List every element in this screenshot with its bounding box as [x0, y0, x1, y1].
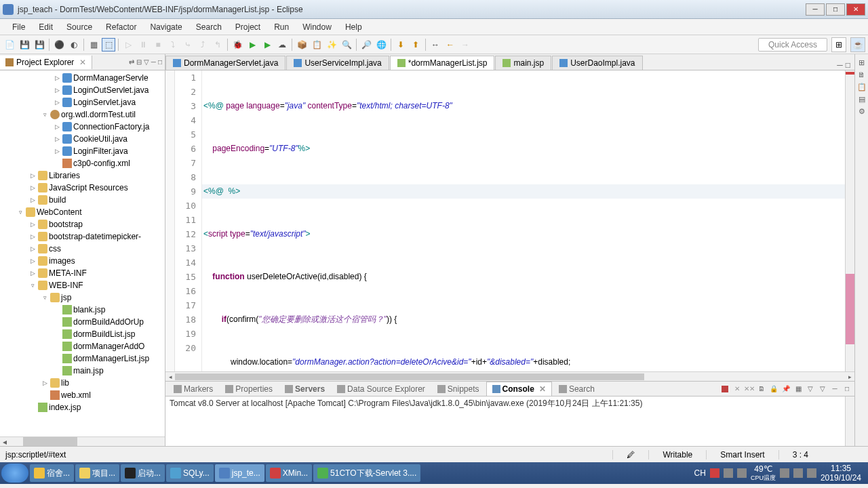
- editor-min-icon[interactable]: ─: [837, 60, 843, 70]
- task-eclipse[interactable]: jsp_te...: [215, 464, 264, 482]
- tree-item[interactable]: ▷Libraries: [0, 169, 165, 182]
- tray-icon1[interactable]: [710, 468, 719, 478]
- tree-item[interactable]: ▷bootstrap: [0, 218, 165, 230]
- tray-date[interactable]: 2019/10/24: [821, 473, 861, 483]
- back-icon[interactable]: ←: [443, 38, 457, 52]
- tab-console[interactable]: Console✕: [486, 382, 552, 396]
- tab-properties[interactable]: Properties: [220, 382, 278, 396]
- tree-item[interactable]: ▿jsp: [0, 291, 165, 304]
- tray-vol-icon[interactable]: [780, 468, 789, 478]
- tree-item[interactable]: index.jsp: [0, 401, 165, 413]
- tree-item[interactable]: ▿org.wdl.dormTest.util: [0, 108, 165, 121]
- start-button[interactable]: [1, 464, 28, 483]
- editor-hscroll[interactable]: ◂▸: [165, 371, 854, 381]
- toggle-icon[interactable]: ◐: [67, 38, 81, 52]
- saveall-icon[interactable]: 💾: [33, 38, 46, 52]
- tab-userserviceimpl[interactable]: UserServiceImpl.java: [286, 56, 389, 70]
- tab-userdaoimpl[interactable]: UserDaoImpl.java: [552, 56, 642, 70]
- editor-max-icon[interactable]: □: [846, 60, 850, 70]
- tree-item[interactable]: ▷DormManagerServle: [0, 72, 165, 84]
- be-icon[interactable]: 🗎: [856, 69, 867, 80]
- web-icon[interactable]: 🌐: [374, 38, 388, 52]
- tree-item[interactable]: ▿WEB-INF: [0, 279, 165, 291]
- tree-item[interactable]: ▷CookieUtil.java: [0, 133, 165, 145]
- tree-scrollbar[interactable]: ◂: [0, 436, 165, 446]
- scrolllock-icon[interactable]: 🔒: [769, 384, 778, 394]
- bp-min-icon[interactable]: ─: [830, 384, 840, 394]
- clear-icon[interactable]: 🗎: [757, 384, 766, 394]
- link-editor-icon[interactable]: ⊟: [136, 58, 142, 66]
- tree-item[interactable]: ▷META-INF: [0, 267, 165, 279]
- box-icon[interactable]: ▦: [87, 38, 100, 52]
- removeall-icon[interactable]: ✕✕: [745, 384, 754, 394]
- tree-item[interactable]: ▷LoginServlet.java: [0, 96, 165, 108]
- tree-item[interactable]: dormManagerList.jsp: [0, 352, 165, 365]
- menu-help[interactable]: Help: [338, 22, 369, 32]
- tab-main[interactable]: main.jsp: [495, 56, 551, 70]
- tree-item[interactable]: dormManagerAddO: [0, 340, 165, 352]
- tree-item[interactable]: ▷css: [0, 243, 165, 255]
- display-icon[interactable]: ▦: [793, 384, 803, 394]
- cursor-icon[interactable]: ⬚: [102, 38, 115, 52]
- tree-item[interactable]: c3p0-config.xml: [0, 157, 165, 169]
- opentype-icon[interactable]: 🔍: [340, 38, 353, 52]
- new-icon[interactable]: 📄: [3, 38, 16, 52]
- step-icon[interactable]: ⤵: [166, 38, 180, 52]
- tray-time[interactable]: 11:35: [821, 464, 861, 473]
- collapse-icon[interactable]: ⇄: [129, 58, 134, 66]
- tray-lang[interactable]: CH: [694, 468, 706, 478]
- menu-refactor[interactable]: Refactor: [99, 22, 143, 32]
- resume-icon[interactable]: ▷: [121, 38, 135, 52]
- maximize-button[interactable]: □: [826, 3, 845, 16]
- menu-source[interactable]: Source: [60, 22, 99, 32]
- save-icon[interactable]: 💾: [18, 38, 31, 52]
- next-icon[interactable]: ⬇: [394, 38, 408, 52]
- last-icon[interactable]: ↔: [429, 38, 442, 52]
- menu-edit[interactable]: Edit: [32, 22, 60, 32]
- tray-flag-icon[interactable]: [807, 468, 816, 478]
- runext-icon[interactable]: ▶: [260, 38, 274, 52]
- task-sqlyog[interactable]: SQLy...: [166, 464, 214, 482]
- stepover-icon[interactable]: ⤴: [196, 38, 210, 52]
- newproj-icon[interactable]: 📦: [295, 38, 309, 52]
- editor[interactable]: 1234567891011121314151617181920 <%@ page…: [165, 70, 854, 371]
- minimize-button[interactable]: ─: [806, 3, 825, 16]
- menu-file[interactable]: File: [5, 22, 32, 32]
- stop-icon[interactable]: ■: [151, 38, 165, 52]
- stepinto-icon[interactable]: ⤷: [181, 38, 195, 52]
- new-console-icon[interactable]: ▽: [818, 384, 827, 394]
- stepout-icon[interactable]: ↰: [211, 38, 224, 52]
- server-icon[interactable]: ☁: [275, 38, 289, 52]
- tray-icon3[interactable]: [737, 468, 747, 478]
- task-explorer[interactable]: 项目...: [75, 464, 119, 482]
- tree-item[interactable]: ▷build: [0, 194, 165, 206]
- tray-icon2[interactable]: [724, 468, 733, 478]
- terminate-icon[interactable]: [720, 384, 730, 394]
- outline-icon[interactable]: ⊞: [856, 57, 867, 68]
- tree-item[interactable]: ▷LoginFilter.java: [0, 145, 165, 157]
- link-icon[interactable]: ⚫: [52, 38, 66, 52]
- console-vscroll[interactable]: [845, 396, 854, 446]
- tree-item[interactable]: ▷ConnectionFactory.ja: [0, 121, 165, 133]
- open-console-icon[interactable]: ▽: [806, 384, 815, 394]
- viewmenu-icon[interactable]: ▽: [144, 58, 149, 66]
- run-icon[interactable]: ▶: [245, 38, 259, 52]
- tree-item[interactable]: ▿WebContent: [0, 206, 165, 218]
- min-icon[interactable]: ─: [151, 58, 156, 66]
- tree-item[interactable]: ▷JavaScript Resources: [0, 182, 165, 194]
- tree-item[interactable]: ▷images: [0, 255, 165, 267]
- max-icon[interactable]: □: [158, 58, 162, 66]
- tab-dse[interactable]: Data Source Explorer: [332, 382, 431, 396]
- tab-servers[interactable]: Servers: [279, 382, 330, 396]
- tab-dormmanagerservlet[interactable]: DormManagerServlet.java: [165, 56, 285, 70]
- tab-snippets[interactable]: Snippets: [432, 382, 485, 396]
- tree-item[interactable]: dormBuildList.jsp: [0, 328, 165, 340]
- tree-item[interactable]: web.xml: [0, 389, 165, 401]
- code-area[interactable]: <%@ page language="java" contentType="te…: [202, 70, 845, 371]
- remove-icon[interactable]: ✕: [732, 384, 742, 394]
- menu-project[interactable]: Project: [229, 22, 267, 32]
- debug-icon[interactable]: 🐞: [231, 38, 244, 52]
- menu-search[interactable]: Search: [189, 22, 229, 32]
- more-icon[interactable]: ⚙: [856, 106, 867, 117]
- tree-item[interactable]: ▷bootstrap-datetimepicker-: [0, 230, 165, 243]
